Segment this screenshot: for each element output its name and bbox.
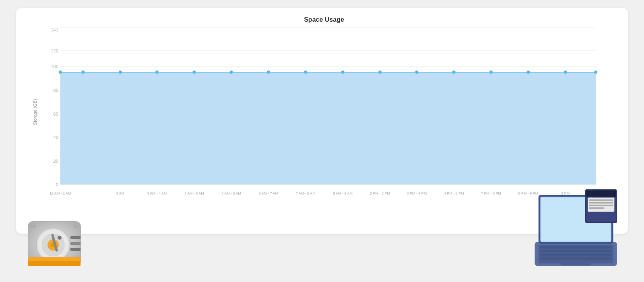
- svg-point-21: [192, 70, 196, 74]
- svg-text:2 PM - 3 PM: 2 PM - 3 PM: [370, 191, 390, 195]
- svg-rect-60: [70, 236, 80, 239]
- svg-point-27: [415, 70, 418, 74]
- svg-marker-16: [60, 72, 596, 185]
- svg-text:3 PM - 4 PM: 3 PM - 4 PM: [407, 191, 427, 195]
- chart-title: Space Usage: [44, 16, 604, 23]
- svg-text:100: 100: [51, 64, 58, 69]
- svg-text:0: 0: [56, 182, 58, 187]
- svg-rect-62: [70, 248, 80, 251]
- svg-rect-59: [28, 257, 80, 261]
- svg-text:60: 60: [54, 112, 58, 116]
- svg-text:120: 120: [51, 48, 58, 53]
- svg-point-25: [341, 70, 345, 74]
- svg-point-20: [155, 70, 159, 74]
- svg-point-22: [230, 70, 233, 74]
- svg-text:4 PM - 5 PM: 4 PM - 5 PM: [444, 191, 464, 195]
- svg-rect-73: [541, 254, 611, 256]
- svg-rect-58: [28, 261, 80, 266]
- svg-rect-71: [541, 246, 611, 249]
- svg-text:4 AM - 5 AM: 4 AM - 5 AM: [184, 191, 204, 195]
- svg-point-29: [489, 70, 493, 74]
- svg-point-56: [58, 236, 62, 240]
- svg-rect-88: [586, 191, 616, 197]
- svg-point-18: [81, 70, 85, 74]
- svg-text:12 AM - 1 AM: 12 AM - 1 AM: [50, 191, 71, 195]
- svg-text:141: 141: [51, 27, 58, 32]
- svg-point-23: [267, 70, 270, 74]
- svg-point-32: [594, 70, 597, 74]
- svg-point-24: [304, 70, 307, 74]
- svg-text:3 AM - 4 AM: 3 AM - 4 AM: [147, 191, 167, 195]
- svg-text:80: 80: [54, 88, 58, 93]
- chart-svg: 0 20 40 60 80 100 120 141: [44, 27, 604, 197]
- svg-rect-82: [589, 199, 613, 201]
- svg-text:8 AM - 9 AM: 8 AM - 9 AM: [333, 191, 353, 195]
- svg-text:40: 40: [54, 135, 58, 140]
- svg-rect-75: [561, 261, 591, 265]
- svg-text:7 AM - 8 AM: 7 AM - 8 AM: [296, 191, 316, 195]
- svg-rect-74: [541, 257, 611, 260]
- laptop-illustration: [527, 189, 632, 278]
- svg-rect-83: [589, 202, 613, 204]
- svg-rect-72: [541, 250, 611, 252]
- svg-text:5 AM - 6 AM: 5 AM - 6 AM: [221, 191, 241, 195]
- y-axis-label: Storage (GB): [33, 99, 37, 125]
- svg-rect-85: [589, 207, 604, 209]
- svg-text:20: 20: [54, 159, 58, 164]
- svg-rect-61: [70, 242, 80, 245]
- svg-point-19: [119, 70, 122, 74]
- svg-rect-84: [589, 205, 613, 206]
- svg-point-26: [378, 70, 382, 74]
- svg-point-17: [59, 70, 62, 74]
- svg-text:6 AM - 7 AM: 6 AM - 7 AM: [259, 191, 279, 195]
- svg-point-31: [564, 70, 567, 74]
- svg-point-28: [452, 70, 456, 74]
- svg-text:7 PM - 8 PM: 7 PM - 8 PM: [481, 191, 501, 195]
- svg-text:3 AM: 3 AM: [116, 191, 124, 195]
- svg-point-30: [526, 70, 530, 74]
- hdd-illustration: [24, 214, 85, 274]
